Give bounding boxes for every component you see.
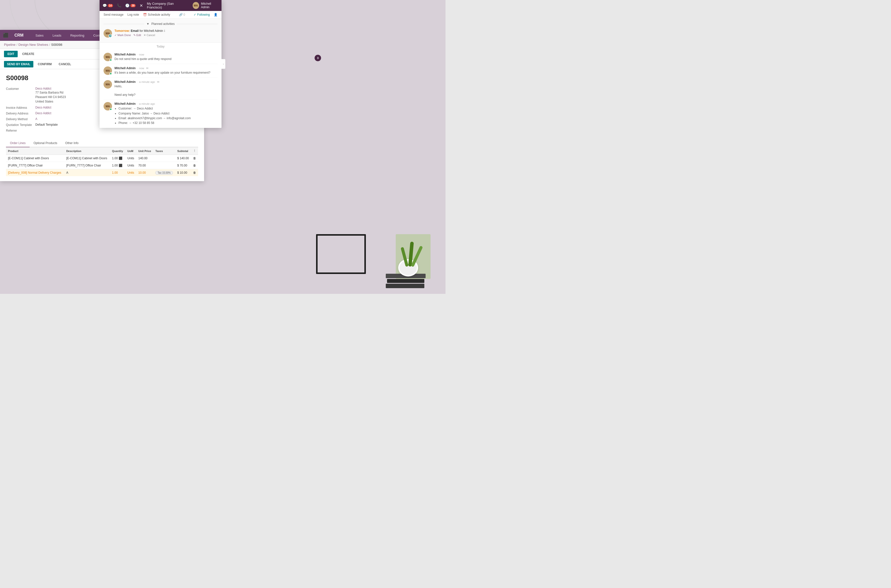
msg-text-1: Do not send him a quote until they respo… bbox=[114, 57, 218, 61]
send-by-email-button[interactable]: SEND BY EMAIL bbox=[4, 61, 33, 68]
row2-subtotal: $ 70.00 bbox=[175, 162, 191, 169]
app-name: CRM bbox=[14, 33, 23, 38]
add-follower-icon[interactable]: 👤 bbox=[214, 13, 218, 16]
edit-activity-btn[interactable]: ✎ Edit bbox=[134, 34, 141, 37]
msg-header-2: Mitchell Admin · now ✉ bbox=[114, 66, 218, 70]
nav-reporting[interactable]: Reporting bbox=[68, 33, 86, 38]
activity-email-dot: ✉ bbox=[108, 34, 112, 38]
delivery-method-label: Delivery Method bbox=[6, 117, 33, 121]
planned-activities-title[interactable]: Planned activities bbox=[152, 22, 174, 26]
msg-list-item-2: Company Name: Jaloo → Deco Addict bbox=[118, 111, 218, 116]
delivery-method-value[interactable]: A bbox=[35, 117, 38, 121]
tab-other-info[interactable]: Other Info bbox=[61, 140, 82, 147]
row3-taxes: Tax 15.00% bbox=[153, 169, 175, 176]
msg-avatar-3: MA bbox=[104, 80, 112, 88]
activity-for: for bbox=[140, 29, 143, 33]
log-note-btn[interactable]: Log note bbox=[128, 13, 139, 16]
clock-icon[interactable]: 🕐 39 bbox=[125, 3, 136, 8]
close-icon[interactable]: ✕ bbox=[140, 3, 143, 8]
message-item-3: MA Mitchell Admin · a minute ago ✉ Hello… bbox=[104, 78, 218, 99]
activity-actions: ✓ Mark Done ✎ Edit ✕ Cancel bbox=[114, 34, 218, 37]
msg-header-4: Mitchell Admin · a minute ago bbox=[114, 102, 218, 105]
msg-text-3: Hello,Need any help? bbox=[114, 84, 218, 97]
confirm-button[interactable]: CONFIRM bbox=[35, 61, 54, 68]
row3-delete[interactable]: 🗑 bbox=[191, 169, 198, 176]
row3-quantity: 1.00 bbox=[110, 169, 125, 176]
row2-quantity: 1.00 ⬛ bbox=[110, 162, 125, 169]
msg-icon-2: ✉ bbox=[146, 67, 148, 70]
messages-list: MA Mitchell Admin · now Do not send him … bbox=[99, 50, 222, 128]
msg-list-4: Customer: → Deco Addict Company Name: Ja… bbox=[114, 106, 218, 125]
chatter-panel: 💬 14 📞 🕐 39 ✕ My Company (San Francisco)… bbox=[99, 0, 222, 128]
col-unit-price: Unit Price bbox=[136, 147, 153, 155]
edit-button[interactable]: EDIT bbox=[4, 51, 18, 57]
row2-unit-price: 70.00 bbox=[136, 162, 153, 169]
tabs-bar: Order Lines Optional Products Other Info bbox=[6, 140, 198, 147]
activity-avatar: MA ✉ bbox=[104, 29, 112, 38]
msg-icon-3: ✉ bbox=[157, 80, 159, 84]
row1-delete[interactable]: 🗑 bbox=[191, 155, 198, 162]
delivery-address-value[interactable]: Deco Addict bbox=[35, 111, 51, 115]
breadcrumb-current: S00098 bbox=[51, 43, 62, 46]
row2-delete[interactable]: 🗑 bbox=[191, 162, 198, 169]
customer-address: 77 Santa Barbara RdPleasant Hill CA 9452… bbox=[35, 90, 66, 104]
following-button[interactable]: ✓ Following bbox=[194, 13, 210, 16]
clock-badge: 39 bbox=[130, 4, 136, 7]
company-name: My Company (San Francisco) bbox=[147, 2, 186, 9]
clock-small-icon: ⏰ bbox=[143, 13, 147, 16]
row3-product[interactable]: [Delivery_008] Normal Delivery Charges bbox=[6, 169, 64, 176]
row2-product[interactable]: [FURN_7777] Office Chair bbox=[6, 162, 64, 169]
row3-description: A bbox=[64, 169, 110, 176]
chatter-topbar: 💬 14 📞 🕐 39 ✕ My Company (San Francisco)… bbox=[99, 0, 222, 11]
order-row-2: [FURN_7777] Office Chair [FURN_7777] Off… bbox=[6, 162, 198, 169]
customer-value[interactable]: Deco Addict bbox=[35, 87, 66, 90]
row1-product[interactable]: [E-COM11] Cabinet with Doors bbox=[6, 155, 64, 162]
nav-sales[interactable]: Sales bbox=[33, 33, 45, 38]
quotation-template-label: Quotation Template bbox=[6, 123, 33, 127]
breadcrumb-pipeline[interactable]: Pipeline bbox=[4, 43, 15, 46]
msg-list-item-1: Customer: → Deco Addict bbox=[118, 106, 218, 111]
col-quantity: Quantity bbox=[110, 147, 125, 155]
col-subtotal: Subtotal bbox=[175, 147, 191, 155]
activity-when: Tomorrow: bbox=[114, 29, 130, 33]
msg-content-3: Mitchell Admin · a minute ago ✉ Hello,Ne… bbox=[114, 80, 218, 97]
online-dot-2 bbox=[110, 72, 112, 75]
breadcrumb-design[interactable]: Design New Shelves bbox=[18, 43, 48, 46]
app-grid-icon[interactable]: ⬛ bbox=[3, 33, 9, 38]
info-icon: ℹ bbox=[164, 29, 165, 33]
row1-unit-price: 140.00 bbox=[136, 155, 153, 162]
mark-done-btn[interactable]: ✓ Mark Done bbox=[114, 34, 131, 37]
row3-uom: Units bbox=[125, 169, 136, 176]
msg-author-3: Mitchell Admin bbox=[114, 80, 136, 84]
chatter-expand-button[interactable]: › bbox=[222, 59, 225, 69]
send-message-btn[interactable]: Send message bbox=[104, 13, 123, 16]
tab-optional-products[interactable]: Optional Products bbox=[30, 140, 61, 147]
plant-pot bbox=[398, 259, 418, 276]
invoice-address-value[interactable]: Deco Addict bbox=[35, 106, 51, 109]
msg-header-3: Mitchell Admin · a minute ago ✉ bbox=[114, 80, 218, 84]
user-info: MA Mitchell Admin bbox=[193, 2, 219, 9]
create-button[interactable]: CREATE bbox=[20, 51, 37, 57]
row1-quantity: 1.00 ⬛ bbox=[110, 155, 125, 162]
col-product: Product bbox=[6, 147, 64, 155]
message-item-4: MA Mitchell Admin · a minute ago Custome… bbox=[104, 99, 218, 128]
activity-item: MA ✉ Tomorrow: Email for Mitchell Admin … bbox=[99, 27, 222, 40]
msg-text-2: It's been a while, do you have any updat… bbox=[114, 70, 218, 75]
cancel-activity-btn[interactable]: ✕ Cancel bbox=[144, 34, 155, 37]
msg-content-1: Mitchell Admin · now Do not send him a q… bbox=[114, 53, 218, 61]
user-count-badge[interactable]: 3 bbox=[315, 55, 321, 61]
row1-subtotal: $ 140.00 bbox=[175, 155, 191, 162]
schedule-activity-btn[interactable]: ⏰ Schedule activity bbox=[143, 13, 170, 16]
msg-time-1: · now bbox=[138, 53, 144, 56]
delivery-address-row: Delivery Address Deco Addict bbox=[6, 111, 97, 115]
chat-badge: 14 bbox=[108, 4, 113, 7]
row1-uom: Units bbox=[125, 155, 136, 162]
nav-leads[interactable]: Leads bbox=[51, 33, 63, 38]
phone-icon[interactable]: 📞 bbox=[117, 3, 121, 8]
col-uom: UoM bbox=[125, 147, 136, 155]
cancel-button[interactable]: CANCEL bbox=[56, 61, 74, 68]
tab-order-lines[interactable]: Order Lines bbox=[6, 140, 30, 147]
planned-header: ▼ Planned activities bbox=[99, 21, 222, 27]
chat-icon[interactable]: 💬 14 bbox=[102, 3, 113, 8]
activity-assignee: Mitchell Admin bbox=[144, 29, 163, 33]
